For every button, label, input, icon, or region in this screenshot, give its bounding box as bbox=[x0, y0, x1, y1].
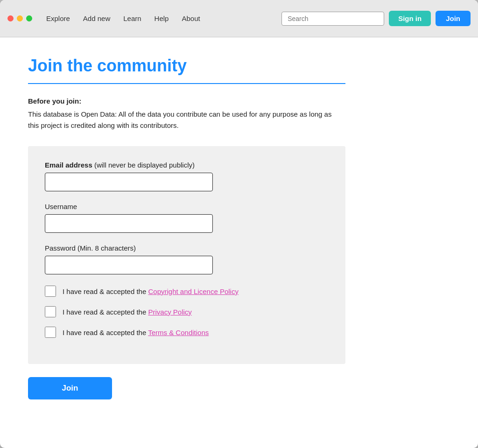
username-group: Username bbox=[45, 203, 329, 233]
signin-button[interactable]: Sign in bbox=[389, 11, 431, 26]
checkbox-privacy-label: I have read & accepted the Privacy Polic… bbox=[63, 308, 192, 316]
checkbox-privacy[interactable] bbox=[45, 306, 56, 317]
password-group: Password (Min. 8 characters) bbox=[45, 244, 329, 274]
before-join-text: This database is Open Data: All of the d… bbox=[28, 109, 336, 131]
title-bar: Explore Add new Learn Help About Sign in… bbox=[0, 0, 478, 37]
terms-conditions-link[interactable]: Terms & Conditions bbox=[148, 329, 209, 336]
username-label: Username bbox=[45, 203, 329, 210]
close-button[interactable] bbox=[7, 15, 14, 21]
email-field[interactable] bbox=[45, 173, 213, 191]
join-main-button[interactable]: Join bbox=[28, 377, 112, 399]
username-field[interactable] bbox=[45, 214, 213, 233]
nav-about[interactable]: About bbox=[182, 14, 200, 22]
email-group: Email address (will never be displayed p… bbox=[45, 161, 329, 191]
privacy-policy-link[interactable]: Privacy Policy bbox=[148, 308, 191, 316]
checkbox-copyright-label: I have read & accepted the Copyright and… bbox=[63, 287, 239, 295]
email-label: Email address (will never be displayed p… bbox=[45, 161, 329, 169]
nav-links: Explore Add new Learn Help About bbox=[46, 14, 200, 22]
checkbox-item-copyright: I have read & accepted the Copyright and… bbox=[45, 286, 329, 297]
checkbox-copyright[interactable] bbox=[45, 286, 56, 297]
title-divider bbox=[28, 83, 345, 84]
checkbox-item-terms: I have read & accepted the Terms & Condi… bbox=[45, 327, 329, 338]
join-top-button[interactable]: Join bbox=[436, 11, 471, 26]
search-input[interactable] bbox=[281, 12, 384, 26]
browser-window: Explore Add new Learn Help About Sign in… bbox=[0, 0, 478, 448]
copyright-policy-link[interactable]: Copyright and Licence Policy bbox=[148, 287, 238, 295]
password-field[interactable] bbox=[45, 256, 213, 274]
maximize-button[interactable] bbox=[26, 15, 32, 21]
nav-explore[interactable]: Explore bbox=[46, 14, 70, 22]
nav-add-new[interactable]: Add new bbox=[83, 14, 110, 22]
form-card: Email address (will never be displayed p… bbox=[28, 146, 345, 364]
before-join-label: Before you join: bbox=[28, 97, 450, 105]
page-title: Join the community bbox=[28, 56, 450, 76]
nav-help[interactable]: Help bbox=[155, 14, 169, 22]
main-content: Join the community Before you join: This… bbox=[0, 37, 478, 427]
password-label: Password (Min. 8 characters) bbox=[45, 244, 329, 252]
checkbox-terms[interactable] bbox=[45, 327, 56, 338]
nav-learn[interactable]: Learn bbox=[123, 14, 141, 22]
checkbox-item-privacy: I have read & accepted the Privacy Polic… bbox=[45, 306, 329, 317]
minimize-button[interactable] bbox=[17, 15, 23, 21]
search-container: Sign in Join bbox=[281, 11, 471, 26]
checkbox-group: I have read & accepted the Copyright and… bbox=[45, 286, 329, 338]
checkbox-terms-label: I have read & accepted the Terms & Condi… bbox=[63, 329, 209, 336]
window-controls bbox=[7, 15, 32, 21]
